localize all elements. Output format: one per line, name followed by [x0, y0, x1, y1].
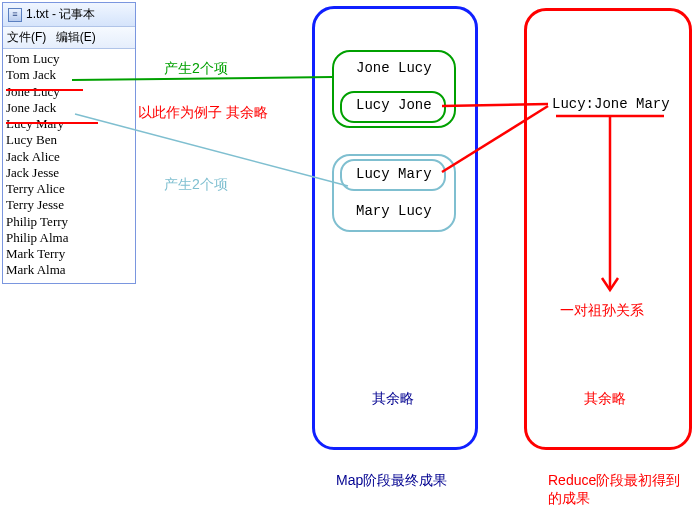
menu-file[interactable]: 文件(F) [7, 30, 46, 44]
map-rest-omitted: 其余略 [372, 390, 414, 408]
notepad-window: ≡ 1.txt - 记事本 文件(F) 编辑(E) Tom Lucy Tom J… [2, 2, 136, 284]
map-item-4: Mary Lucy [356, 203, 432, 219]
map-item-3: Lucy Mary [356, 166, 432, 182]
notepad-titlebar: ≡ 1.txt - 记事本 [3, 3, 135, 27]
green-note: 产生2个项 [164, 60, 228, 78]
cyan-note: 产生2个项 [164, 176, 228, 194]
notepad-menu: 文件(F) 编辑(E) [3, 27, 135, 49]
reduce-stage-box [524, 8, 692, 450]
example-note: 以此作为例子 其余略 [138, 104, 268, 122]
notepad-title: 1.txt - 记事本 [26, 6, 95, 23]
notepad-icon: ≡ [8, 8, 22, 22]
reduce-rest-omitted: 其余略 [584, 390, 626, 408]
menu-edit[interactable]: 编辑(E) [56, 30, 96, 44]
reduce-caption: Reduce阶段最初得到的成果 [548, 472, 688, 508]
map-item-2: Lucy Jone [356, 97, 432, 113]
map-item-1: Jone Lucy [356, 60, 432, 76]
notepad-content: Tom Lucy Tom Jack Jone Lucy Jone Jack Lu… [3, 49, 135, 283]
grandparent-label: 一对祖孙关系 [560, 302, 644, 320]
map-caption: Map阶段最终成果 [336, 472, 447, 490]
reduce-output: Lucy:Jone Mary [552, 96, 670, 112]
